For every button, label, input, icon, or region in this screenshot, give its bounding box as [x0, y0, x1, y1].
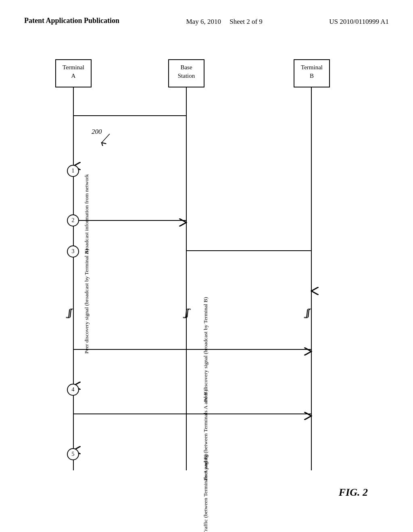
- step-5-label: Traffic (between Terminals A and B): [202, 454, 209, 532]
- step-5-circle: 5: [67, 448, 79, 460]
- terminal-a-label: TerminalA: [63, 64, 84, 79]
- entity-terminal-a: TerminalA: [55, 59, 92, 87]
- step-1-circle: 1: [67, 165, 79, 177]
- step-2-label: Peer discovery signal (broadcast by Term…: [83, 249, 90, 353]
- step-3-label: Peer discovery signal (broadcast by Term…: [202, 297, 209, 402]
- patent-number: US 2010/0110999 A1: [329, 16, 389, 27]
- entity-base-station: BaseStation: [168, 59, 204, 87]
- publication-title: Patent Application Publication: [24, 16, 119, 25]
- step-4-circle: 4: [67, 384, 79, 396]
- sheet-info: Sheet 2 of 9: [229, 18, 263, 25]
- step-3-circle: 3: [67, 245, 79, 258]
- publication-date-sheet: May 6, 2010 Sheet 2 of 9: [186, 16, 263, 27]
- page-header: Patent Application Publication May 6, 20…: [0, 0, 413, 35]
- diagram-area: TerminalA BaseStation TerminalB 200 1 Br…: [25, 47, 388, 511]
- fig-label: FIG. 2: [339, 486, 368, 499]
- ref-arrow: [100, 134, 112, 146]
- break-marker-3: ʃʃ: [305, 307, 308, 318]
- break-marker-2: ʃʃ: [184, 307, 187, 318]
- entity-terminal-b: TerminalB: [294, 59, 330, 87]
- svg-line-15: [102, 134, 110, 143]
- step-2-circle: 2: [67, 214, 79, 227]
- publication-date: May 6, 2010: [186, 18, 221, 25]
- break-marker-1: ʃʃ: [67, 307, 70, 318]
- base-station-label: BaseStation: [178, 64, 195, 79]
- step-1-label: Broadcast information from network: [83, 174, 90, 254]
- terminal-b-label: TerminalB: [301, 64, 323, 79]
